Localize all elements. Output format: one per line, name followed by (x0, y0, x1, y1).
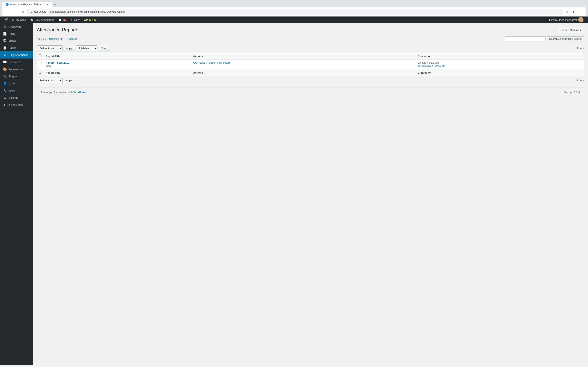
screen-options-button[interactable]: Screen Options ▾ (558, 27, 584, 33)
menu-button[interactable]: ⋮ (577, 9, 583, 15)
tab-close-button[interactable]: ✕ (46, 3, 49, 6)
report-title-cell: Report – Sep, 2019 View (43, 59, 191, 69)
my-sites-icon: ⊞ (12, 18, 15, 21)
screen-options-arrow: ▾ (580, 29, 581, 32)
sidebar-item-media[interactable]: 🖼 Media (0, 37, 33, 44)
sidebar-item-pages[interactable]: 📋 Pages (0, 44, 33, 51)
wp-footer: Thank you for creating with WordPress . … (37, 87, 584, 97)
top-items-count: 1 item (577, 47, 584, 50)
new-label: New (74, 18, 79, 21)
footer-actions-header: Actions (191, 69, 415, 76)
sidebar-item-appearance[interactable]: 🎨 Appearance (0, 66, 33, 73)
my-sites-label: My Sites (16, 18, 26, 21)
report-title-header: Report Title (43, 53, 191, 59)
footer-left: Thank you for creating with WordPress . (41, 91, 88, 94)
tab-title: Attendance Reports ‹ Daily At… (10, 3, 45, 6)
my-sites-item[interactable]: ⊞ My Sites (10, 17, 28, 23)
sidebar-item-daily-attendance[interactable]: ✓ Daily Attendance (0, 51, 33, 58)
dashboard-icon: ⊞ (3, 25, 7, 29)
sidebar-item-comments[interactable]: 💬 Comments (0, 58, 33, 66)
footer-created-on-header: Created on (415, 69, 584, 76)
comments-count: 0 (63, 19, 66, 21)
reports-table: Report Title Actions Created on (37, 53, 584, 76)
bottom-actions: Bulk Actions Apply (37, 78, 75, 83)
row-checkbox-cell (37, 59, 43, 69)
table-footer-row: Report Title Actions Created on (37, 69, 584, 76)
comments-sidebar-icon: 💬 (3, 60, 7, 64)
select-all-checkbox[interactable] (39, 54, 42, 57)
table-foot: Report Title Actions Created on (37, 69, 584, 76)
posts-icon: 📄 (3, 32, 7, 36)
sidebar-item-label-comments: Comments (9, 60, 21, 64)
filter-button[interactable]: Filter (99, 46, 109, 51)
bottom-apply-button[interactable]: Apply (64, 78, 75, 83)
status-link-published[interactable]: Published (48, 37, 59, 40)
search-input[interactable] (505, 36, 546, 42)
howdy-item[interactable]: Howdy, Jaed Mosharraf (547, 17, 586, 22)
sidebar-item-settings[interactable]: ⚙ Settings (0, 94, 33, 101)
sidebar-item-dashboard[interactable]: ⊞ Dashboard (0, 23, 33, 30)
date-filter-select[interactable]: All dates (76, 45, 97, 51)
extensions-button[interactable]: ⬇ (571, 9, 577, 15)
wordpress-link[interactable]: WordPress (73, 91, 86, 94)
sidebar-item-label-daily-attendance: Daily Attendance (9, 53, 29, 57)
comments-item[interactable]: 💬 0 (56, 17, 68, 23)
sidebar-item-users[interactable]: 👤 Users (0, 80, 33, 87)
sidebar-item-posts[interactable]: 📄 Posts (0, 30, 33, 37)
browser-tab-active[interactable]: Attendance Reports ‹ Daily At… ✕ (2, 2, 52, 7)
report-title-link[interactable]: Report – Sep, 2019 (45, 61, 189, 64)
csv-export-link[interactable]: CSV Export (Upcoming Feature) (193, 61, 231, 64)
actions-cell: CSV Export (Upcoming Feature) (191, 59, 415, 69)
wp-logo-icon: ⓦ (4, 17, 8, 22)
url-text: free.local/daily-attendance/wp-admin/edi… (50, 10, 125, 13)
search-area: Search Attendance Reports (505, 36, 584, 42)
forward-button[interactable]: → (12, 9, 18, 15)
site-name-icon: 🏠 (30, 18, 33, 21)
sidebar-item-label-settings: Settings (9, 96, 18, 99)
new-item[interactable]: ＋ New (68, 17, 81, 23)
sidebar-item-tools[interactable]: 🔧 Tools (0, 87, 33, 94)
table-row: Report – Sep, 2019 View CSV Export (Upco… (37, 59, 584, 69)
created-on-cell: Created 4 days ago 9th Sep, 2019 - 10:59… (415, 59, 584, 69)
view-link[interactable]: View (45, 65, 51, 67)
sidebar-item-label-posts: Posts (9, 32, 15, 35)
url-bar[interactable]: 🔒 Not Secure | free.local/daily-attendan… (27, 9, 563, 15)
sidebar-item-plugins[interactable]: 🔌 Plugins (0, 73, 33, 80)
created-date-link[interactable]: 9th Sep, 2019 - 10:59 am (417, 64, 445, 67)
refresh-button[interactable]: ↻ (20, 9, 25, 15)
sidebar-item-label-tools: Tools (9, 89, 15, 92)
top-apply-button[interactable]: Apply (64, 46, 75, 51)
wp-id-item[interactable]: WP ID # 3 (81, 17, 98, 23)
table-body: Report – Sep, 2019 View CSV Export (Upco… (37, 59, 584, 69)
collapse-menu-button[interactable]: ◀ Collapse menu (0, 101, 33, 108)
status-link-all[interactable]: All (37, 37, 40, 40)
top-bulk-actions-select[interactable]: Bulk Actions (37, 45, 62, 51)
top-actions: Bulk Actions Apply All dates Filter (37, 45, 109, 51)
select-all-column (37, 53, 43, 59)
tab-favicon (6, 3, 9, 6)
created-ago: Created 4 days ago (417, 61, 439, 64)
thank-you-text: Thank you for creating with (41, 91, 73, 94)
page-title: Attendance Reports (37, 27, 78, 33)
settings-icon: ⚙ (3, 96, 7, 100)
browser-tabs: Attendance Reports ‹ Daily At… ✕ + (2, 2, 586, 7)
new-tab-button[interactable]: + (52, 2, 58, 7)
bookmark-button[interactable]: ☆ (564, 9, 570, 15)
bottom-bulk-actions-select[interactable]: Bulk Actions (37, 78, 62, 83)
tools-icon: 🔧 (3, 89, 7, 92)
url-security: Not Secure (34, 10, 46, 13)
search-button[interactable]: Search Attendance Reports (547, 36, 584, 42)
footer-select-all-checkbox[interactable] (39, 71, 42, 74)
site-name-item[interactable]: 🏠 Daily Attendance (28, 17, 57, 23)
back-button[interactable]: ← (5, 9, 11, 15)
bottom-items-count: 1 item (577, 79, 584, 82)
browser-bar: ← → ↻ 🔒 Not Secure | free.local/daily-at… (2, 7, 586, 17)
wp-id-label: WP ID # 3 (84, 18, 95, 21)
row-checkbox[interactable] (39, 61, 42, 64)
wp-logo-item[interactable]: ⓦ (2, 17, 10, 23)
footer-version: Version 5.2.3 (564, 91, 580, 94)
plugins-icon: 🔌 (3, 75, 7, 78)
comments-icon: 💬 (58, 18, 62, 21)
status-link-trash[interactable]: Trash (67, 37, 74, 40)
bottom-tablenav: Bulk Actions Apply 1 item (37, 78, 584, 83)
